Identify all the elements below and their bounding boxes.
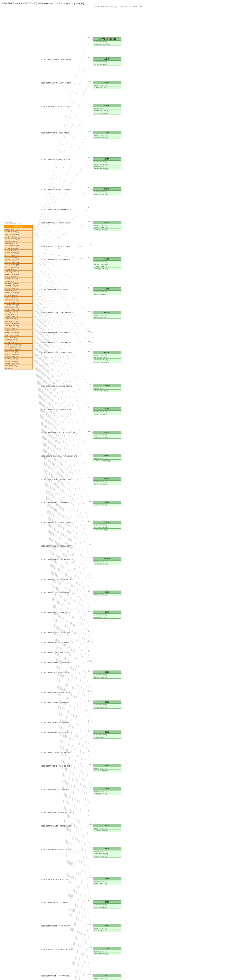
entity-header: T163K	[93, 788, 121, 790]
entity-header: T156	[93, 764, 121, 767]
entity-field: IOOPCOMP-EKGRP	[4, 334, 33, 336]
entity-t023: T023MANDT [CLNT (3)]MATKL [CHAR (9)]	[93, 670, 121, 679]
relation-label: IOOPCOMP-BWART = T156-BWART	[41, 788, 71, 790]
cardinality-label: 0..N	[88, 947, 91, 948]
cardinality-label: 0..N	[88, 220, 91, 222]
entity-field: MANDT [CLNT (3)]	[93, 387, 121, 390]
entity-field: BWART [CHAR (3)]	[4, 263, 33, 266]
entity-field: ERSKZ [CHAR (1)]	[4, 299, 33, 301]
relation-label: IOOPCOMP-AENNR = AENR-AENNR	[41, 59, 71, 60]
entity-header: ONR00	[93, 384, 121, 387]
cardinality-label: 0..N	[88, 430, 91, 432]
entity-header: SNUM	[93, 477, 121, 480]
relation-label: IOOPCOMP-LIFNR = LFA1-LIFNR	[41, 288, 68, 291]
entity-field: LGORT [CHAR (4)]	[93, 528, 121, 531]
entity-field: SAKNR [CHAR (10)]	[4, 266, 33, 268]
entity-field: MANDT [CLNT (3)]	[93, 434, 121, 436]
cardinality-label: 0..N	[88, 130, 91, 132]
cardinality-label: 0..N	[88, 670, 91, 672]
cardinality-label: 0..N	[88, 730, 91, 732]
entity-field: MATKL [CHAR (9)]	[4, 320, 33, 322]
entity-field: MANDT [CLNT (3)]	[93, 410, 121, 413]
entity-t300: T300MANDT [CLNT (3)]LGNUM [CHAR (3)]	[93, 824, 121, 832]
entity-field: MANDT [CLNT (3)]	[93, 767, 121, 769]
entity-header: PLAF	[93, 407, 121, 410]
entity-header: T001L	[93, 521, 121, 524]
cardinality-label: 0..N	[88, 787, 91, 789]
entity-field: EBELP [NUMC (5)]	[93, 229, 121, 231]
relation-label: IOOPCOMP-PRIO_URG = PURG-PRIO_URG	[41, 455, 77, 457]
entity-field: ROHMI [UNIT (3)]	[4, 280, 33, 282]
cardinality-label: [0..1]	[88, 660, 92, 662]
cardinality-label: 0..N	[88, 750, 91, 752]
entity-field: POSTP [CHAR (1)]	[93, 929, 121, 932]
entity-header: EKET	[93, 158, 121, 161]
entity-field: MANDT [CLNT (3)]	[93, 107, 121, 110]
entity-field: MANDT [CLNT (3)]	[93, 504, 121, 506]
entity-field: LGTYP [CHAR (3)]	[4, 315, 33, 318]
entity-field: ADVCODE [CHAR (2)]	[4, 348, 33, 350]
entity-field: MFLIC [CHAR (3)]	[4, 350, 33, 353]
entity-field: ERFME [UNIT (3)]	[4, 247, 33, 249]
entity-field: LGPLA [CHAR (10)]	[4, 325, 33, 327]
entity-_isdfps_advcode1: _ISDFPS_ADVCODE1MANDT [CLNT (3)]ADVCODE …	[93, 37, 121, 46]
relation-label: IOOPCOMP-LGTYP = T301-LGTYP	[41, 848, 69, 850]
cardinality-label: 0..N	[88, 577, 91, 579]
relation-label: IOOPCOMP-RFORM = T418F-RFORM	[41, 948, 72, 950]
cardinality-label: 1	[88, 650, 89, 652]
entity-field: LGTYP [CHAR (3)]	[93, 265, 121, 267]
entity-field: EBELP [NUMC (5)]	[4, 306, 33, 308]
entity-field: MANDT [CLNT (3)]	[93, 880, 121, 883]
cardinality-label: 0..N	[88, 187, 91, 189]
entity-field: BWART [CHAR (3)]	[93, 769, 121, 772]
entity-field: MANDT [CLNT (3)]	[93, 560, 121, 563]
entity-field: LGNUM [CHAR (3)]	[93, 829, 121, 832]
relation-label: IOOPCOMP-UMLGO = T001L-LGORT	[41, 545, 71, 547]
entity-t002: T002SPRAS [LANG (1)]	[93, 590, 121, 596]
entity-header: EINA	[93, 131, 121, 134]
entity-field: AENNR [CHAR (12)]	[93, 63, 121, 65]
relation-label: IOOPCOMP-NLFMV = T006-MSEHI	[41, 652, 69, 654]
relation-label: IOOPCOMP-ZEINH = T006-MSEHI	[41, 702, 69, 704]
entity-header: T437V	[93, 974, 121, 977]
er-diagram: E-R Diagramwith NOT EMPTY tracks IOOPCOM…	[2, 10, 230, 980]
entity-header: T418	[93, 924, 121, 927]
entity-t413: T413MANDT [CLNT (3)]ERSKZ [CHAR (1)]	[93, 877, 121, 885]
entity-field: PRIO_REQ [NUMC (3)]	[93, 436, 121, 439]
cardinality-label: 0..N	[88, 640, 91, 642]
entity-field: FUNCT [CHAR (3)]	[4, 296, 33, 299]
entity-field: MSEHI [UNIT (3)]	[93, 616, 121, 618]
entity-t163k: T163KMANDT [CLNT (3)]KNTTP [CHAR (1)]	[93, 787, 121, 795]
entity-header: EKKO	[93, 188, 121, 191]
entity-field: EBELN [CHAR (10)]	[93, 226, 121, 229]
entity-field: LTXSP [LANG (1)]	[4, 285, 33, 287]
entity-field: NLFMV [UNIT (3)]	[4, 313, 33, 315]
entity-mara: MARAMANDT [CLNT (3)]MATNR [CHAR (18)]	[93, 311, 121, 319]
entity-field: KNTTP [CHAR (1)]	[4, 310, 33, 313]
entity-field: RFORM [CHAR (2)]	[93, 953, 121, 955]
relation-label: IOOPCOMP-ROKME = T006-MSEHI	[41, 662, 70, 663]
relation-label: IOOPCOMP-ERFME = T006-MSEHI	[41, 632, 70, 634]
cardinality-label: 0..N	[88, 407, 91, 409]
entity-header: T418F	[93, 947, 121, 950]
relation-label: IOOPCOMP-EBELP = EKPO-EBELP	[41, 222, 70, 224]
relation-label: IOOPCOMP-WERKS = T001W-WERKS	[41, 578, 73, 581]
relation-label: IOOPCOMP-INFNR = EINA-INFNR	[41, 132, 69, 134]
entity-header: T000	[93, 501, 121, 504]
relation-label: IOOPCOMP-MATNR = MARA-MATNR	[41, 332, 71, 334]
entity-field: MANDT [CLNT (3)]	[93, 977, 121, 979]
entity-field: MANDT [CLNT (3)]	[93, 827, 121, 829]
entity-snum: SNUMMANDT [CLNT (3)]SERNR [CHAR (8)]	[93, 477, 121, 485]
entity-field: EINHEIT [UNIT (3)]	[4, 358, 33, 360]
entity-ekpo: EKPOMANDT [CLNT (3)]EBELN [CHAR (10)]EBE…	[93, 221, 121, 231]
entity-lfa1: LFA1MANDT [CLNT (3)]LIFNR [CHAR (10)]	[93, 287, 121, 295]
relation-label: IOOPCOMP-KNTTP = T163K-KNTTP	[41, 811, 71, 814]
entity-header: T413	[93, 877, 121, 880]
entity-field: OBJNR [CHAR (22)]	[4, 308, 33, 310]
entity-field: SOBKZ [CHAR (1)]	[93, 736, 121, 738]
cardinality-label: 1..N	[88, 700, 91, 702]
entity-eina: EINAMANDT [CLNT (3)]INFNR [CHAR (10)]	[93, 131, 121, 139]
relation-label: IOOPCOMP-EINHEIT = T006-MSEHI	[41, 612, 71, 614]
entity-header: EBAN	[93, 104, 121, 107]
relation-label: IOOPCOMP-MANDT = T000-MANDT	[41, 502, 71, 504]
